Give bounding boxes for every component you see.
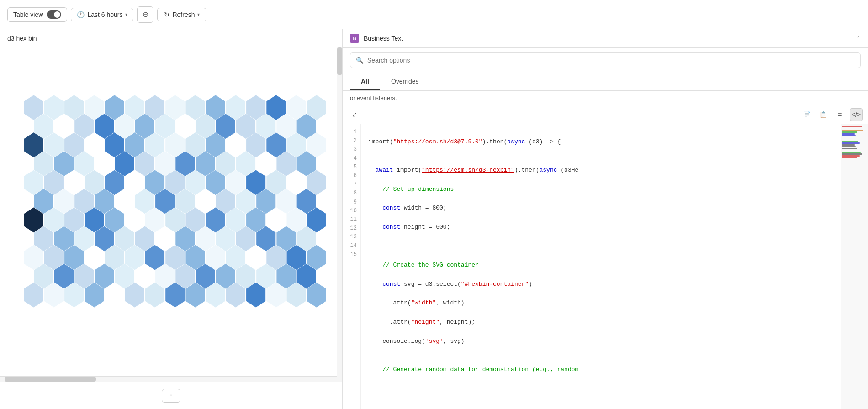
time-label: Last 6 hours	[87, 11, 122, 18]
minimap-line	[842, 133, 855, 135]
table-view-label: Table view	[13, 11, 43, 18]
upload-button[interactable]: ↑	[162, 389, 180, 403]
refresh-dropdown-arrow: ▾	[197, 12, 200, 17]
minimap	[841, 124, 868, 409]
zoom-out-icon: ⊖	[143, 10, 148, 19]
code-content[interactable]: import("https://esm.sh/d3@7.9.0").then(a…	[361, 124, 841, 409]
code-line-9: // Create the SVG container	[368, 261, 833, 270]
upload-icon: ↑	[169, 392, 173, 399]
code-line-15: // Generate random data for demonstratio…	[368, 365, 833, 375]
main-container: Table view 🕐 Last 6 hours ▾ ⊖ ↻ Refresh …	[0, 0, 868, 409]
code-editor-wrapper: ⤢ 📄 📋 ≡ </> 1 2 3 4 5 6 7	[343, 105, 868, 409]
refresh-icon: ↻	[164, 11, 169, 18]
panel-collapse-arrow[interactable]: ⌃	[856, 35, 861, 42]
code-area: 1 2 3 4 5 6 7 8 9 10 11 12 13 14	[343, 124, 868, 409]
scrollbar-horizontal-thumb[interactable]	[5, 377, 96, 382]
toolbar: Table view 🕐 Last 6 hours ▾ ⊖ ↻ Refresh …	[0, 0, 868, 29]
copy-button[interactable]: 📋	[817, 108, 830, 121]
minimap-line	[842, 131, 857, 133]
minimap-line	[842, 152, 861, 153]
line-numbers: 1 2 3 4 5 6 7 8 9 10 11 12 13 14	[343, 124, 361, 409]
search-input-wrapper: 🔍	[350, 52, 861, 68]
minimap-line	[842, 142, 860, 144]
minimap-line	[842, 135, 856, 136]
code-line-3: await import("https://esm.sh/d3-hexbin")…	[368, 166, 833, 175]
code-line-1: import("https://esm.sh/d3@7.9.0").then(a…	[368, 137, 833, 147]
event-text: or event listeners.	[343, 91, 868, 105]
hex-svg	[0, 47, 337, 376]
minimap-line	[842, 153, 862, 155]
refresh-button[interactable]: ↻ Refresh ▾	[157, 8, 206, 21]
scrollbar-horizontal[interactable]	[0, 376, 337, 382]
new-file-button[interactable]: 📄	[800, 108, 813, 121]
minimap-line	[842, 146, 856, 147]
viz-container	[0, 47, 342, 382]
code-line-10: const svg = d3.select("#hexbin-container…	[368, 280, 833, 289]
table-view-toggle[interactable]: Table view	[7, 7, 67, 22]
scrollbar-vertical-thumb[interactable]	[337, 47, 342, 75]
left-panel: d3 hex bin	[0, 29, 343, 409]
time-selector[interactable]: 🕐 Last 6 hours ▾	[71, 8, 133, 21]
editor-toolbar: ⤢ 📄 📋 ≡ </>	[343, 105, 868, 124]
zoom-out-button[interactable]: ⊖	[137, 6, 153, 23]
search-icon: 🔍	[356, 57, 364, 64]
code-line-13: console.log('svg', svg)	[368, 337, 833, 346]
code-line-11: .attr("width", width)	[368, 299, 833, 308]
refresh-label: Refresh	[172, 11, 195, 18]
minimap-line	[842, 141, 858, 142]
plugin-title: Business Text	[364, 35, 852, 42]
minimap-line	[842, 126, 862, 127]
tabs-row: All Overrides	[343, 73, 868, 91]
minimap-line	[842, 148, 857, 149]
code-line-12: .attr("height", height);	[368, 318, 833, 327]
search-area: 🔍	[343, 48, 868, 73]
tab-all[interactable]: All	[350, 73, 380, 90]
toolbar-left: Table view 🕐 Last 6 hours ▾ ⊖ ↻ Refresh …	[7, 6, 861, 23]
minimap-content	[841, 124, 868, 161]
minimap-line	[842, 130, 863, 131]
right-header: B Business Text ⌃	[343, 29, 868, 48]
search-input[interactable]	[367, 57, 855, 64]
code-line-5: const width = 800;	[368, 204, 833, 213]
code-view-button[interactable]: </>	[850, 108, 863, 121]
content-area: d3 hex bin	[0, 29, 868, 409]
minimap-line	[842, 155, 860, 157]
left-bottom: ↑	[0, 382, 342, 409]
toggle-switch[interactable]	[47, 10, 61, 19]
expand-button[interactable]: ⤢	[348, 108, 361, 121]
format-button[interactable]: ≡	[833, 108, 846, 121]
time-dropdown-arrow: ▾	[125, 12, 127, 17]
minimap-line	[842, 157, 857, 158]
panel-title: d3 hex bin	[0, 29, 342, 47]
clock-icon: 🕐	[77, 11, 85, 18]
scrollbar-vertical[interactable]	[337, 47, 342, 382]
minimap-line	[842, 144, 855, 146]
plugin-icon: B	[350, 34, 359, 43]
tab-overrides[interactable]: Overrides	[380, 73, 430, 90]
code-line-4: // Set up dimensions	[368, 185, 833, 194]
right-panel: B Business Text ⌃ 🔍 All Overrides	[343, 29, 868, 409]
code-line-6: const height = 600;	[368, 223, 833, 232]
